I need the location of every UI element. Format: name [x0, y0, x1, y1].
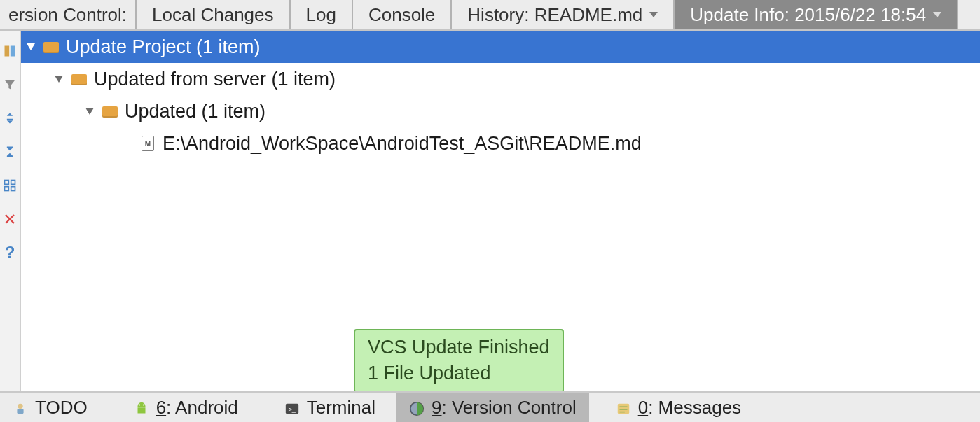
tab-console[interactable]: Console — [353, 0, 452, 29]
tree-node-updated[interactable]: Updated (1 item) — [21, 95, 980, 127]
svg-text:>_: >_ — [288, 406, 296, 413]
folder-icon — [71, 73, 87, 85]
tree-leaf-file[interactable]: M E:\Android_WorkSpace\AndroidTest_ASGit… — [21, 127, 980, 160]
chevron-down-icon — [55, 76, 63, 83]
messages-icon — [616, 400, 631, 415]
svg-rect-0 — [5, 46, 10, 57]
tree-root-label: Update Project (1 item) — [66, 36, 261, 58]
chevron-down-icon — [85, 108, 94, 115]
folder-icon — [43, 41, 59, 53]
bottom-tab-label: 6: Android — [156, 397, 238, 419]
tab-history[interactable]: History: README.md — [452, 0, 675, 29]
filter-icon[interactable] — [2, 77, 18, 92]
tab-update-info[interactable]: Update Info: 2015/6/22 18:54 — [675, 0, 958, 29]
side-toolbar: ? — [0, 31, 21, 391]
svg-rect-5 — [11, 187, 15, 191]
bottom-tab-label: TODO — [35, 397, 88, 419]
group-icon[interactable] — [2, 178, 18, 193]
svg-rect-2 — [5, 181, 9, 185]
bottom-tab-label: Terminal — [307, 397, 375, 419]
bottom-tab-todo[interactable]: TODO — [0, 393, 100, 422]
update-toast: VCS Update Finished 1 File Updated — [354, 329, 564, 393]
bottom-tool-window-bar: TODO 6: Android >_ Terminal 9: Version C… — [0, 391, 980, 422]
expand-icon[interactable] — [2, 111, 18, 126]
tree-node-updated-from-server[interactable]: Updated from server (1 item) — [21, 63, 980, 95]
bottom-tab-android[interactable]: 6: Android — [121, 393, 251, 422]
collapse-icon[interactable] — [2, 144, 18, 160]
tree-leaf-path: E:\Android_WorkSpace\AndroidTest_ASGit\R… — [163, 133, 642, 155]
todo-icon — [13, 400, 28, 415]
close-icon[interactable] — [2, 211, 18, 227]
tab-local-changes[interactable]: Local Changes — [137, 0, 290, 29]
bottom-tab-terminal[interactable]: >_ Terminal — [272, 393, 388, 422]
svg-point-11 — [142, 405, 144, 406]
svg-rect-3 — [11, 181, 15, 185]
android-icon — [134, 400, 149, 415]
bottom-tab-label: 0: Messages — [638, 397, 741, 419]
chevron-down-icon — [27, 43, 35, 50]
help-icon[interactable]: ? — [2, 245, 18, 260]
markdown-file-icon: M — [142, 136, 154, 151]
diff-icon[interactable] — [2, 43, 18, 59]
tool-window-tabstrip: ersion Control: Local Changes Log Consol… — [0, 0, 980, 31]
toast-line-1: VCS Update Finished — [368, 335, 550, 360]
toast-line-2: 1 File Updated — [368, 360, 550, 386]
terminal-icon: >_ — [284, 400, 300, 415]
bottom-tab-label: 9: Version Control — [432, 397, 577, 419]
svg-rect-1 — [11, 46, 15, 57]
folder-icon — [102, 105, 118, 118]
svg-rect-4 — [5, 187, 9, 191]
svg-rect-9 — [17, 409, 23, 414]
bottom-tab-version-control[interactable]: 9: Version Control — [396, 393, 589, 422]
tree-root[interactable]: Update Project (1 item) — [21, 31, 980, 63]
tab-log[interactable]: Log — [291, 0, 353, 29]
svg-point-8 — [18, 404, 22, 409]
tree-node-label: Updated (1 item) — [125, 101, 265, 122]
tool-window-title: ersion Control: — [0, 0, 137, 29]
vcs-icon — [409, 400, 425, 415]
bottom-tab-messages[interactable]: 0: Messages — [603, 393, 754, 422]
tree-node-label: Updated from server (1 item) — [94, 69, 336, 90]
svg-point-10 — [139, 405, 140, 406]
